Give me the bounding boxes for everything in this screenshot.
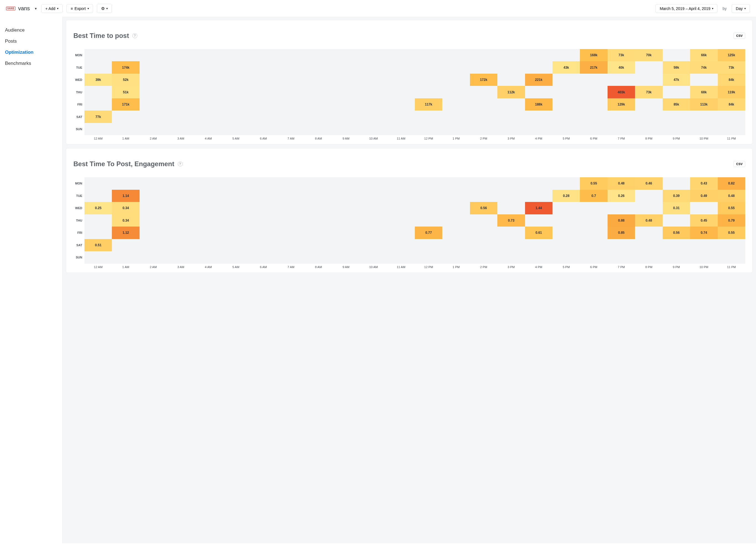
heatmap-cell[interactable]: [277, 214, 305, 227]
heatmap-cell[interactable]: 68k: [690, 86, 718, 98]
heatmap-cell[interactable]: 0.39: [663, 190, 690, 202]
heatmap-cell[interactable]: [305, 251, 332, 264]
heatmap-cell[interactable]: [332, 202, 360, 214]
heatmap-cell[interactable]: [250, 202, 277, 214]
heatmap-cell[interactable]: [277, 227, 305, 239]
heatmap-cell[interactable]: [195, 251, 222, 264]
heatmap-cell[interactable]: [580, 111, 607, 123]
heatmap-cell[interactable]: [222, 202, 250, 214]
heatmap-cell[interactable]: [140, 177, 167, 190]
heatmap-cell[interactable]: [525, 86, 552, 98]
heatmap-cell[interactable]: [497, 111, 525, 123]
heatmap-cell[interactable]: [663, 239, 690, 252]
heatmap-cell[interactable]: [608, 251, 635, 264]
heatmap-cell[interactable]: [332, 49, 360, 61]
heatmap-cell[interactable]: 40k: [608, 61, 635, 74]
heatmap-cell[interactable]: [167, 202, 194, 214]
heatmap-cell[interactable]: [442, 239, 470, 252]
heatmap-cell[interactable]: [580, 98, 607, 111]
heatmap-cell[interactable]: [525, 61, 552, 74]
heatmap-cell[interactable]: [497, 74, 525, 86]
heatmap-cell[interactable]: [470, 123, 497, 135]
heatmap-cell[interactable]: [84, 61, 112, 74]
heatmap-cell[interactable]: [360, 177, 387, 190]
heatmap-cell[interactable]: [635, 61, 662, 74]
export-button[interactable]: ≡ Export ▾: [66, 4, 93, 13]
heatmap-cell[interactable]: [277, 61, 305, 74]
heatmap-cell[interactable]: [497, 202, 525, 214]
heatmap-cell[interactable]: [222, 227, 250, 239]
heatmap-cell[interactable]: [360, 49, 387, 61]
heatmap-cell[interactable]: [84, 190, 112, 202]
heatmap-cell[interactable]: [608, 111, 635, 123]
heatmap-cell[interactable]: [415, 86, 442, 98]
heatmap-cell[interactable]: [497, 190, 525, 202]
heatmap-cell[interactable]: [112, 251, 139, 264]
heatmap-cell[interactable]: [84, 251, 112, 264]
heatmap-cell[interactable]: [387, 177, 415, 190]
heatmap-cell[interactable]: [635, 111, 662, 123]
heatmap-cell[interactable]: [277, 251, 305, 264]
heatmap-cell[interactable]: [195, 123, 222, 135]
heatmap-cell[interactable]: 0.45: [690, 214, 718, 227]
heatmap-cell[interactable]: [140, 61, 167, 74]
heatmap-cell[interactable]: [387, 98, 415, 111]
heatmap-cell[interactable]: [195, 61, 222, 74]
heatmap-cell[interactable]: [580, 214, 607, 227]
heatmap-cell[interactable]: [663, 177, 690, 190]
heatmap-cell[interactable]: [663, 214, 690, 227]
heatmap-cell[interactable]: [387, 190, 415, 202]
heatmap-cell[interactable]: 70k: [635, 49, 662, 61]
heatmap-cell[interactable]: [442, 190, 470, 202]
heatmap-cell[interactable]: [470, 49, 497, 61]
heatmap-cell[interactable]: 188k: [525, 98, 552, 111]
heatmap-cell[interactable]: [112, 49, 139, 61]
brand-selector[interactable]: VANS vans ▼: [6, 5, 37, 12]
heatmap-cell[interactable]: [470, 86, 497, 98]
heatmap-cell[interactable]: 74k: [690, 61, 718, 74]
heatmap-cell[interactable]: [140, 239, 167, 252]
heatmap-cell[interactable]: [525, 49, 552, 61]
heatmap-cell[interactable]: [442, 49, 470, 61]
heatmap-cell[interactable]: [140, 190, 167, 202]
heatmap-cell[interactable]: [277, 202, 305, 214]
heatmap-cell[interactable]: [690, 111, 718, 123]
heatmap-cell[interactable]: [332, 214, 360, 227]
heatmap-cell[interactable]: [305, 74, 332, 86]
heatmap-cell[interactable]: [635, 202, 662, 214]
heatmap-cell[interactable]: [222, 123, 250, 135]
heatmap-cell[interactable]: [222, 98, 250, 111]
heatmap-cell[interactable]: [360, 74, 387, 86]
heatmap-cell[interactable]: [167, 177, 194, 190]
heatmap-cell[interactable]: [608, 123, 635, 135]
heatmap-cell[interactable]: [635, 227, 662, 239]
heatmap-cell[interactable]: [497, 177, 525, 190]
heatmap-cell[interactable]: [718, 239, 745, 252]
heatmap-cell[interactable]: [442, 227, 470, 239]
heatmap-cell[interactable]: [332, 190, 360, 202]
heatmap-cell[interactable]: [690, 251, 718, 264]
heatmap-cell[interactable]: [167, 190, 194, 202]
heatmap-cell[interactable]: [387, 202, 415, 214]
heatmap-cell[interactable]: [580, 202, 607, 214]
heatmap-cell[interactable]: [332, 227, 360, 239]
heatmap-cell[interactable]: 217k: [580, 61, 607, 74]
heatmap-cell[interactable]: [387, 49, 415, 61]
heatmap-cell[interactable]: [167, 61, 194, 74]
heatmap-cell[interactable]: [140, 214, 167, 227]
heatmap-cell[interactable]: [277, 123, 305, 135]
heatmap-cell[interactable]: [222, 74, 250, 86]
heatmap-cell[interactable]: [470, 239, 497, 252]
heatmap-cell[interactable]: [112, 111, 139, 123]
heatmap-cell[interactable]: [140, 202, 167, 214]
heatmap-cell[interactable]: [277, 86, 305, 98]
heatmap-cell[interactable]: [360, 61, 387, 74]
heatmap-cell[interactable]: [360, 227, 387, 239]
heatmap-cell[interactable]: [442, 74, 470, 86]
add-button[interactable]: + Add ▾: [41, 4, 63, 13]
heatmap-cell[interactable]: [525, 214, 552, 227]
heatmap-cell[interactable]: [250, 227, 277, 239]
heatmap-cell[interactable]: [718, 111, 745, 123]
heatmap-cell[interactable]: 1.12: [112, 227, 139, 239]
heatmap-cell[interactable]: [552, 177, 580, 190]
